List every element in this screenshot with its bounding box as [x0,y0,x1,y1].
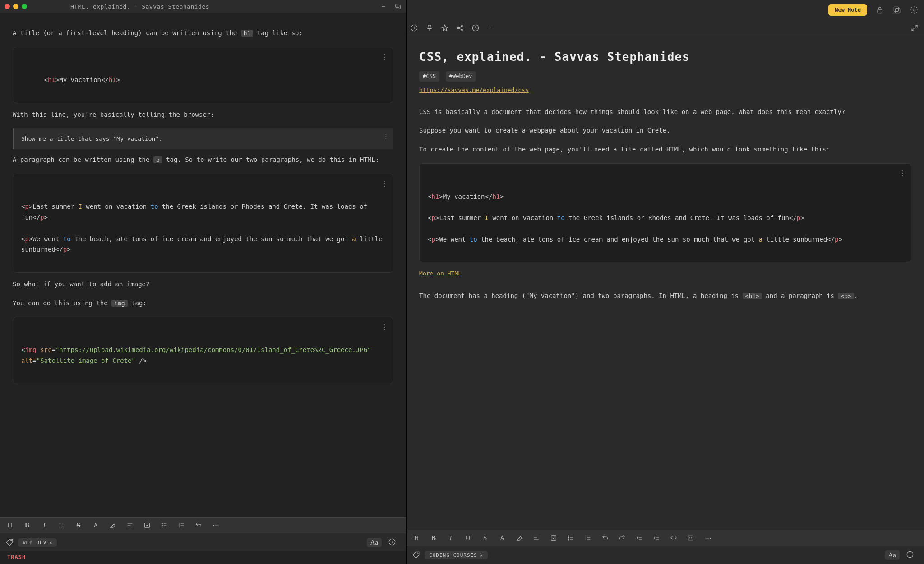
svg-point-14 [913,9,915,11]
note-tab-bar: ⋯ [407,20,924,36]
note-content[interactable]: CSS, explained. - Savvas Stephanides #CS… [407,36,924,530]
underline-button[interactable]: U [55,519,68,532]
text-color-button[interactable] [89,519,102,532]
font-size-button[interactable]: Aa [885,550,900,560]
info-icon[interactable] [906,550,914,559]
format-toolbar: H B I U S 123 ⋯ [407,530,924,546]
code-menu-icon[interactable]: ⋮ [899,167,906,179]
expand-icon[interactable] [910,24,919,32]
note-content[interactable]: A title (or a first-level heading) can b… [0,13,406,517]
ordered-list-button[interactable]: 123 [175,519,188,532]
italic-button[interactable]: I [444,532,457,544]
font-size-button[interactable]: Aa [367,538,382,547]
lock-icon[interactable] [875,5,884,14]
code-block[interactable]: ⋮ <img src="https://upload.wikimedia.org… [13,317,393,384]
indent-button[interactable] [650,532,663,544]
copy-icon[interactable] [394,3,402,10]
strike-button[interactable]: S [72,519,85,532]
redo-button[interactable] [616,532,628,544]
more-link[interactable]: More on HTML [419,269,462,279]
hashtag-row: #CSS #WebDev [419,71,911,81]
remove-tag-icon[interactable]: ✕ [49,540,52,545]
source-link[interactable]: https://savvas.me/explained/css [419,85,529,95]
outdent-button[interactable] [633,532,646,544]
pin-icon[interactable] [425,24,434,32]
hashtag[interactable]: #CSS [419,71,439,81]
svg-point-5 [162,527,162,527]
italic-button[interactable]: I [38,519,51,532]
align-button[interactable] [530,532,543,544]
note-tag[interactable]: WEB DEV✕ [18,538,57,547]
code-menu-icon[interactable]: ⋮ [381,51,388,63]
minimize-window-icon[interactable] [13,4,18,9]
quote-button[interactable] [684,532,697,544]
tag-icon[interactable] [5,538,14,546]
code-block[interactable]: ⋮ <h1>My vacation</h1> <p>Last summer I … [419,163,911,262]
highlight-button[interactable] [513,532,526,544]
inline-code: h1 [241,30,254,37]
paragraph: Suppose you want to create a webpage abo… [419,125,911,136]
svg-point-17 [462,25,463,27]
quote-menu-icon[interactable]: ⋮ [383,131,389,141]
add-tab-icon[interactable] [410,24,418,32]
more-tabs-icon[interactable]: ⋯ [487,24,495,32]
inline-code: <h1> [743,293,762,299]
svg-rect-13 [894,7,898,11]
code-block[interactable]: ⋮ <p>Last summer I went on vacation to t… [13,174,393,273]
paragraph: So what if you want to add an image? [13,279,393,290]
bullet-list-button[interactable] [564,532,577,544]
trash-label[interactable]: TRASH [0,551,406,564]
maximize-window-icon[interactable] [22,4,27,9]
status-bar: WEB DEV✕ Aa [0,533,406,551]
settings-icon[interactable] [910,5,919,14]
new-note-button[interactable]: New Note [828,4,867,16]
code-menu-icon[interactable]: ⋮ [381,321,388,333]
heading-button[interactable]: H [410,532,423,544]
bullet-list-button[interactable] [158,519,171,532]
svg-rect-1 [396,4,399,8]
code-block[interactable]: ⋮ <h1>My vacation</h1> [13,47,393,103]
undo-button[interactable] [599,532,611,544]
paragraph: With this line, you're basically telling… [13,110,393,120]
note-tag[interactable]: CODING COURSES✕ [425,551,488,559]
copy-note-icon[interactable] [892,5,901,14]
svg-rect-2 [145,523,150,528]
ordered-list-button[interactable]: 123 [582,532,594,544]
remove-tag-icon[interactable]: ✕ [480,553,483,558]
svg-point-16 [457,27,459,29]
info-icon[interactable] [388,538,396,546]
bold-button[interactable]: B [427,532,440,544]
svg-point-23 [568,539,569,540]
paragraph: You can do this using the img tag: [13,298,393,309]
code-menu-icon[interactable]: ⋮ [381,178,388,190]
checklist-button[interactable] [547,532,560,544]
share-icon[interactable] [456,24,464,32]
tag-icon[interactable] [412,551,420,559]
star-icon[interactable] [441,24,449,32]
left-note-window: HTML, explained. - Savvas Stephanides ⋯ … [0,0,407,564]
undo-button[interactable] [192,519,205,532]
title-more-icon[interactable]: ⋯ [380,3,387,10]
svg-rect-27 [688,536,693,540]
align-button[interactable] [124,519,136,532]
inline-code: p [153,156,162,163]
bold-button[interactable]: B [21,519,33,532]
note-title: CSS, explained. - Savvas Stephanides [419,47,911,67]
heading-button[interactable]: H [4,519,16,532]
highlight-button[interactable] [106,519,119,532]
code-button[interactable] [667,532,680,544]
text-color-button[interactable] [496,532,508,544]
underline-button[interactable]: U [462,532,474,544]
paragraph: A paragraph can be written using the p t… [13,155,393,165]
history-icon[interactable] [471,24,480,32]
svg-text:3: 3 [585,538,586,541]
checklist-button[interactable] [141,519,153,532]
hashtag[interactable]: #WebDev [446,71,476,81]
more-format-button[interactable]: ⋯ [209,519,222,532]
strike-button[interactable]: S [479,532,491,544]
inline-code: img [111,300,127,307]
close-window-icon[interactable] [5,4,10,9]
blockquote: ⋮ Show me a title that says "My vacation… [13,128,393,149]
traffic-lights[interactable] [5,4,27,9]
more-format-button[interactable]: ⋯ [702,532,714,544]
